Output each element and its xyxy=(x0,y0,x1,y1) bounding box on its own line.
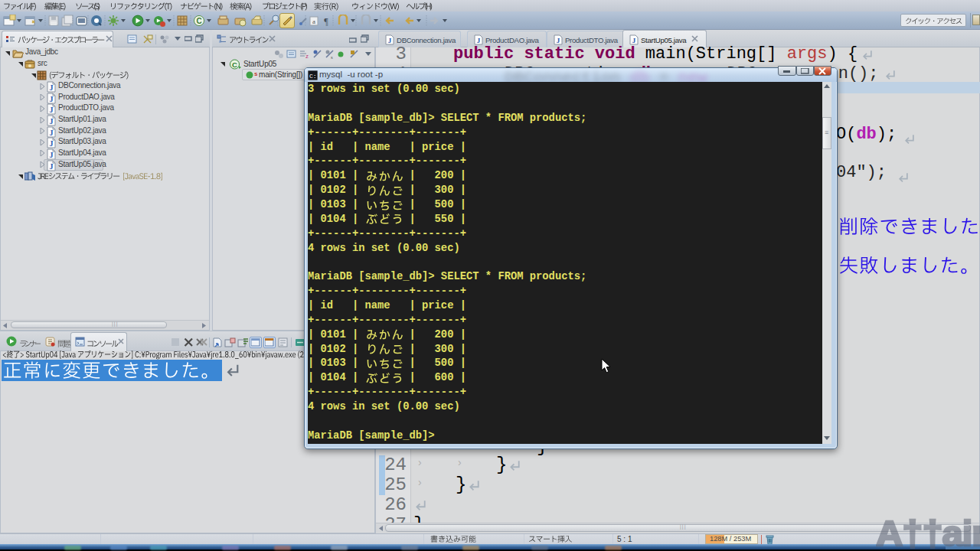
svg-text:s: s xyxy=(331,54,333,60)
svg-text:J: J xyxy=(477,37,481,44)
svg-text:J: J xyxy=(50,151,54,159)
svg-text:J: J xyxy=(50,129,54,137)
svg-text:J: J xyxy=(557,37,560,44)
svg-text:C:: C: xyxy=(309,73,317,80)
svg-text:s: s xyxy=(254,70,258,77)
svg-text:J: J xyxy=(50,117,54,126)
svg-text:J: J xyxy=(50,106,54,114)
svg-text:a: a xyxy=(312,18,315,25)
svg-text:J: J xyxy=(50,162,54,171)
svg-text:C: C xyxy=(232,60,237,69)
svg-text:J: J xyxy=(50,95,54,103)
svg-text:z: z xyxy=(305,53,309,60)
svg-text:J: J xyxy=(632,37,636,44)
svg-text:C: C xyxy=(196,17,201,25)
svg-text:A††ain: A††ain xyxy=(876,514,980,551)
svg-text:¶: ¶ xyxy=(324,16,328,27)
svg-text:J: J xyxy=(50,139,54,148)
svg-text:J: J xyxy=(50,83,54,92)
